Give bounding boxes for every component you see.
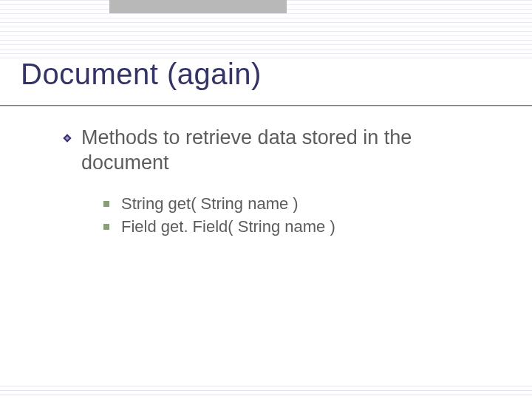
square-bullet-icon [103, 224, 109, 230]
list-item: String get( String name ) [103, 192, 502, 216]
slide-title: Document (again) [21, 58, 262, 91]
bottom-ruled-pattern [0, 386, 532, 399]
list-item-text: Field get. Field( String name ) [121, 217, 335, 236]
top-ruled-pattern [0, 0, 532, 59]
list-item-text: String get( String name ) [121, 194, 299, 213]
title-underline [0, 105, 532, 106]
diamond-bullet-icon [62, 133, 72, 143]
list-item: Methods to retrieve data stored in the d… [62, 126, 502, 176]
slide: Document (again) Methods to retrieve dat… [0, 0, 532, 399]
square-bullet-icon [103, 201, 109, 207]
slide-body: Methods to retrieve data stored in the d… [62, 126, 502, 239]
list-item: Field get. Field( String name ) [103, 215, 502, 239]
list-item-text: Methods to retrieve data stored in the d… [81, 126, 412, 174]
sub-list: String get( String name ) Field get. Fie… [103, 192, 502, 239]
